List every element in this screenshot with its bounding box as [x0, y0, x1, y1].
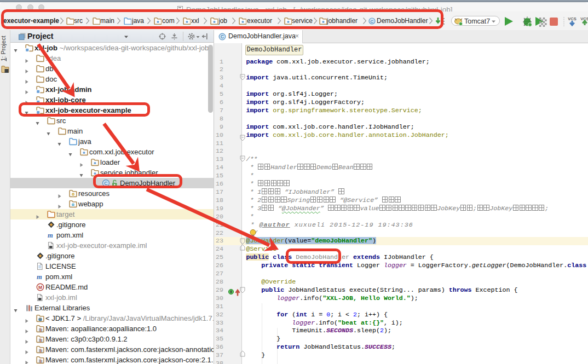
svg-text:M: M: [38, 285, 42, 290]
svg-text:C: C: [371, 19, 374, 24]
svg-text:C: C: [221, 34, 224, 39]
svg-text:C: C: [104, 181, 108, 186]
svg-text:m: m: [37, 273, 42, 281]
svg-text:m: m: [48, 232, 53, 239]
